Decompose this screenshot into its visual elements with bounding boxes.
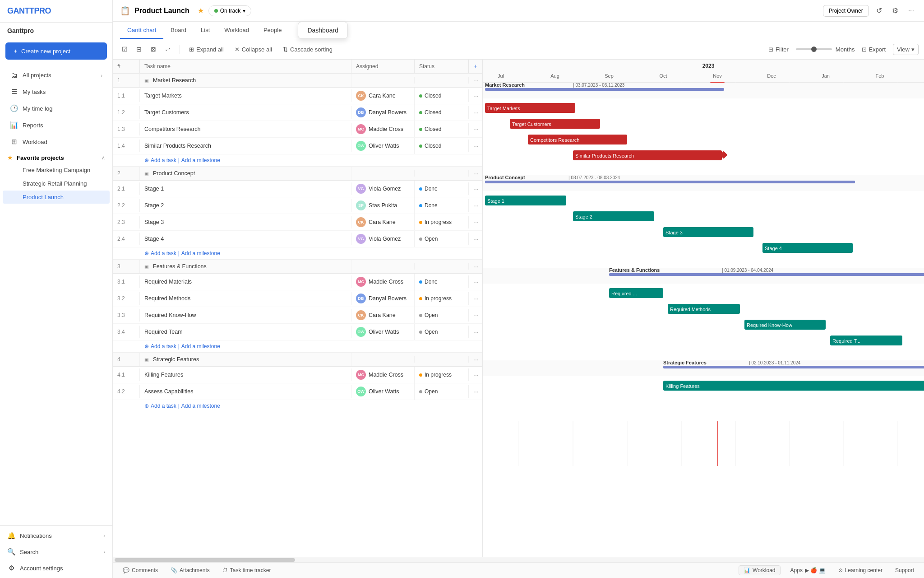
settings-icon[interactable]: ⚙ bbox=[889, 5, 901, 17]
comments-button[interactable]: 💬 Comments bbox=[120, 566, 161, 575]
workload-icon: 📊 bbox=[744, 567, 750, 573]
link-icon[interactable]: ⇌ bbox=[162, 43, 174, 56]
sidebar-item-account-settings[interactable]: ⚙ Account settings bbox=[0, 560, 112, 576]
task-num-1-2: 1.2 bbox=[113, 106, 140, 119]
svg-text:Stage 4: Stage 4 bbox=[765, 246, 782, 251]
task-status-2-3: In progress bbox=[415, 216, 469, 228]
sidebar-item-my-time-log[interactable]: 🕐 My time log bbox=[3, 100, 110, 117]
more-options-icon[interactable]: ··· bbox=[906, 5, 917, 17]
task-time-tracker-button[interactable]: ⏱ Task time tracker bbox=[220, 566, 274, 575]
add-task-row-4[interactable]: ⊕ Add a task | Add a milestone bbox=[113, 400, 482, 412]
svg-text:Sep: Sep bbox=[605, 73, 614, 79]
status-dot-done bbox=[419, 204, 422, 207]
support-button[interactable]: Support bbox=[892, 566, 917, 575]
col-header-add[interactable]: + bbox=[469, 60, 482, 73]
svg-text:Stage 2: Stage 2 bbox=[575, 214, 592, 219]
task-assigned-2-1: VGViola Gomez bbox=[351, 181, 415, 197]
tab-workload[interactable]: Workload bbox=[217, 22, 256, 39]
add-task-row-3[interactable]: ⊕ Add a task | Add a milestone bbox=[113, 340, 482, 352]
status-dot-inprogress-3 bbox=[419, 297, 422, 300]
task-more-3-4[interactable]: ··· bbox=[469, 325, 482, 339]
sidebar-item-strategic-retail[interactable]: Strategic Retail Planning bbox=[3, 177, 110, 190]
history-icon[interactable]: ↺ bbox=[873, 5, 885, 17]
svg-text:Stage 3: Stage 3 bbox=[665, 230, 683, 235]
task-status-1-4: Closed bbox=[415, 140, 469, 152]
apps-button[interactable]: Apps ▶ 🍎 💻 bbox=[788, 566, 828, 575]
cascade-sorting-button[interactable]: ⇅ Cascade sorting bbox=[279, 44, 336, 55]
status-badge[interactable]: On track ▾ bbox=[208, 5, 251, 16]
collapse-icon: ✕ bbox=[235, 46, 240, 53]
zoom-slider[interactable] bbox=[796, 48, 832, 50]
task-more-2-4[interactable]: ··· bbox=[469, 232, 482, 246]
project-owner-button[interactable]: Project Owner bbox=[823, 5, 869, 17]
task-more-1-2[interactable]: ··· bbox=[469, 106, 482, 119]
task-more-2-1[interactable]: ··· bbox=[469, 182, 482, 196]
task-more-4-1[interactable]: ··· bbox=[469, 368, 482, 382]
columns-icon[interactable]: ⊟ bbox=[133, 43, 145, 56]
group-more-1[interactable]: ··· bbox=[469, 74, 482, 87]
sidebar-item-workload[interactable]: ⊞ Workload bbox=[3, 134, 110, 150]
sidebar-item-reports[interactable]: 📊 Reports bbox=[3, 117, 110, 133]
avatar-viola-2: VG bbox=[356, 234, 366, 244]
sidebar-item-product-launch[interactable]: Product Launch bbox=[3, 191, 110, 204]
group-toggle-1[interactable]: ▣ bbox=[144, 78, 148, 83]
task-more-2-3[interactable]: ··· bbox=[469, 215, 482, 229]
task-more-3-3[interactable]: ··· bbox=[469, 308, 482, 322]
task-more-2-2[interactable]: ··· bbox=[469, 199, 482, 212]
learning-center-label: Learning center bbox=[845, 567, 882, 573]
svg-text:Required ...: Required ... bbox=[611, 291, 637, 296]
filter-button[interactable]: ⊟ Filter bbox=[765, 44, 792, 55]
plus-icon: ＋ bbox=[13, 47, 18, 55]
toolbar-separator bbox=[180, 45, 180, 54]
sidebar-item-my-tasks[interactable]: ☰ My tasks bbox=[3, 84, 110, 100]
horizontal-scrollbar[interactable] bbox=[113, 557, 924, 562]
task-status-1-2: Closed bbox=[415, 106, 469, 119]
svg-rect-42 bbox=[485, 181, 855, 183]
task-more-1-4[interactable]: ··· bbox=[469, 139, 482, 153]
add-task-row-1[interactable]: ⊕ Add a task | Add a milestone bbox=[113, 154, 482, 166]
top-bar: 📋 Product Launch ★ On track ▾ Project Ow… bbox=[113, 0, 924, 22]
attachments-button[interactable]: 📎 Attachments bbox=[168, 566, 213, 575]
task-more-3-1[interactable]: ··· bbox=[469, 275, 482, 289]
sidebar-item-all-projects[interactable]: 🗂 All projects › bbox=[3, 67, 110, 83]
task-num-3-4: 3.4 bbox=[113, 326, 140, 338]
collapse-all-button[interactable]: ✕ Collapse all bbox=[231, 44, 276, 55]
sidebar-item-free-marketing[interactable]: Free Marketing Campaign bbox=[3, 163, 110, 177]
task-more-1-1[interactable]: ··· bbox=[469, 89, 482, 103]
view-button[interactable]: View ▾ bbox=[893, 44, 919, 55]
tab-people[interactable]: People bbox=[256, 22, 289, 39]
task-more-3-2[interactable]: ··· bbox=[469, 292, 482, 305]
add-icon-2: ⊕ bbox=[144, 250, 149, 256]
group-more-2[interactable]: ··· bbox=[469, 167, 482, 180]
sidebar-item-search[interactable]: 🔍 Search › bbox=[0, 544, 112, 560]
add-task-row-2[interactable]: ⊕ Add a task | Add a milestone bbox=[113, 247, 482, 259]
task-more-4-2[interactable]: ··· bbox=[469, 385, 482, 398]
svg-text:Features & Functions: Features & Functions bbox=[609, 267, 660, 273]
task-assigned-2-3: CKCara Kane bbox=[351, 214, 415, 230]
sidebar-item-notifications[interactable]: 🔔 Notifications › bbox=[0, 527, 112, 544]
baseline-icon[interactable]: ⊠ bbox=[147, 43, 160, 56]
group-toggle-4[interactable]: ▣ bbox=[144, 357, 148, 362]
favorite-star-icon[interactable]: ★ bbox=[198, 6, 204, 15]
table-row: 3.1 Required Materials MCMaddie Cross Do… bbox=[113, 274, 482, 290]
workload-button[interactable]: 📊 Workload bbox=[739, 565, 780, 575]
group-more-4[interactable]: ··· bbox=[469, 353, 482, 366]
slider-track[interactable] bbox=[796, 48, 832, 50]
create-project-button[interactable]: ＋ All projects Create new project bbox=[5, 42, 107, 60]
checkbox-icon[interactable]: ☑ bbox=[118, 43, 131, 56]
tab-gantt-chart[interactable]: Gantt chart bbox=[120, 22, 163, 39]
scroll-thumb[interactable] bbox=[115, 558, 295, 562]
tab-list[interactable]: List bbox=[194, 22, 217, 39]
tab-board[interactable]: Board bbox=[163, 22, 194, 39]
export-button[interactable]: ⊡ Export bbox=[858, 44, 889, 55]
favorite-projects-header[interactable]: ★ Favorite projects ∧ bbox=[0, 150, 112, 163]
group-toggle-3[interactable]: ▣ bbox=[144, 264, 148, 269]
group-more-3[interactable]: ··· bbox=[469, 260, 482, 273]
task-more-1-3[interactable]: ··· bbox=[469, 122, 482, 136]
expand-all-button[interactable]: ⊞ Expand all bbox=[185, 44, 227, 55]
add-task-label-3: Add a task bbox=[151, 343, 176, 350]
group-toggle-2[interactable]: ▣ bbox=[144, 171, 148, 176]
group-name-1: ▣ Market Research bbox=[140, 74, 351, 87]
learning-center-button[interactable]: ⊙ Learning center bbox=[836, 566, 885, 575]
task-assigned-4-2: OWOliver Watts bbox=[351, 383, 415, 400]
